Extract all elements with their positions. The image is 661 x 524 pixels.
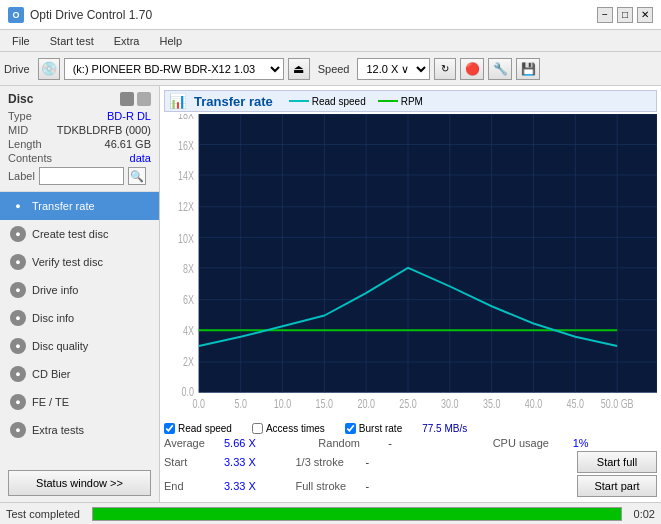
label-input[interactable]: [39, 167, 124, 185]
cpu-label: CPU usage: [493, 437, 573, 449]
sidebar-item-disc-info[interactable]: ●Disc info: [0, 304, 159, 332]
chart-checkboxes: Read speed Access times Burst rate 77.5 …: [164, 421, 657, 436]
create-test-disc-label: Create test disc: [32, 228, 108, 240]
chart-title: Transfer rate: [194, 94, 273, 109]
window-controls: − □ ✕: [597, 7, 653, 23]
disc-section: Disc Type BD-R DL MID TDKBLDRFB (000) Le…: [0, 86, 159, 192]
chart-svg-container: 18X 16X 14X 12X 10X 8X 6X 4X 2X 0.0 0.0 …: [164, 114, 657, 419]
cb-read-speed-input[interactable]: [164, 423, 175, 434]
stroke2-label: Full stroke: [296, 480, 366, 492]
speed-select[interactable]: 12.0 X ∨: [357, 58, 430, 80]
svg-text:6X: 6X: [183, 292, 194, 306]
cb-access-times[interactable]: Access times: [252, 423, 325, 434]
sidebar-item-transfer-rate[interactable]: ●Transfer rate: [0, 192, 159, 220]
stroke1-label: 1/3 stroke: [296, 456, 366, 468]
cb-access-times-input[interactable]: [252, 423, 263, 434]
drive-info-label: Drive info: [32, 284, 78, 296]
random-label: Random: [318, 437, 388, 449]
svg-text:15.0: 15.0: [316, 397, 334, 411]
contents-value: data: [130, 152, 151, 164]
end-label: End: [164, 480, 224, 492]
chart-svg: 18X 16X 14X 12X 10X 8X 6X 4X 2X 0.0 0.0 …: [164, 114, 657, 419]
app-title: Opti Drive Control 1.70: [30, 8, 597, 22]
save-button[interactable]: 💾: [516, 58, 540, 80]
label-label: Label: [8, 170, 35, 182]
main-content: Disc Type BD-R DL MID TDKBLDRFB (000) Le…: [0, 86, 661, 502]
legend-rpm: RPM: [378, 96, 423, 107]
cb-burst-rate[interactable]: Burst rate: [345, 423, 402, 434]
verify-test-disc-label: Verify test disc: [32, 256, 103, 268]
nav-list: ●Transfer rate●Create test disc●Verify t…: [0, 192, 159, 444]
menu-start-test[interactable]: Start test: [42, 33, 102, 49]
type-label: Type: [8, 110, 32, 122]
start-part-button[interactable]: Start part: [577, 475, 657, 497]
cb-burst-rate-input[interactable]: [345, 423, 356, 434]
stats-row3: End 3.33 X Full stroke - Start part: [164, 474, 657, 498]
start-full-button[interactable]: Start full: [577, 451, 657, 473]
label-icon-btn[interactable]: 🔍: [128, 167, 146, 185]
fe-te-label: FE / TE: [32, 396, 69, 408]
svg-text:0.0: 0.0: [193, 397, 206, 411]
app-icon: O: [8, 7, 24, 23]
drive-icon: 💿: [38, 58, 60, 80]
sidebar-item-verify-test-disc[interactable]: ●Verify test disc: [0, 248, 159, 276]
eject-button[interactable]: ⏏: [288, 58, 310, 80]
chart-header: 📊 Transfer rate Read speed RPM: [164, 90, 657, 112]
sidebar: Disc Type BD-R DL MID TDKBLDRFB (000) Le…: [0, 86, 160, 502]
drive-info-icon: ●: [10, 282, 26, 298]
settings-button2[interactable]: 🔧: [488, 58, 512, 80]
sidebar-item-cd-bier[interactable]: ●CD Bier: [0, 360, 159, 388]
sidebar-item-disc-quality[interactable]: ●Disc quality: [0, 332, 159, 360]
verify-test-disc-icon: ●: [10, 254, 26, 270]
title-bar: O Opti Drive Control 1.70 − □ ✕: [0, 0, 661, 30]
burst-rate-value: 77.5 MB/s: [422, 423, 467, 434]
svg-text:25.0: 25.0: [399, 397, 417, 411]
svg-text:35.0: 35.0: [483, 397, 501, 411]
progress-fill: [93, 508, 621, 520]
svg-text:5.0: 5.0: [234, 397, 247, 411]
transfer-rate-label: Transfer rate: [32, 200, 95, 212]
start-value: 3.33 X: [224, 456, 284, 468]
sidebar-item-drive-info[interactable]: ●Drive info: [0, 276, 159, 304]
menu-file[interactable]: File: [4, 33, 38, 49]
progress-bar: [92, 507, 622, 521]
status-window-button[interactable]: Status window >>: [8, 470, 151, 496]
menu-extra[interactable]: Extra: [106, 33, 148, 49]
settings-button1[interactable]: 🔴: [460, 58, 484, 80]
chart-legend: Read speed RPM: [289, 96, 423, 107]
svg-rect-0: [199, 114, 657, 392]
disc-icon2[interactable]: [137, 92, 151, 106]
contents-label: Contents: [8, 152, 52, 164]
sidebar-item-create-test-disc[interactable]: ●Create test disc: [0, 220, 159, 248]
start-label: Start: [164, 456, 224, 468]
mid-value: TDKBLDRFB (000): [57, 124, 151, 136]
close-button[interactable]: ✕: [637, 7, 653, 23]
length-label: Length: [8, 138, 42, 150]
extra-tests-label: Extra tests: [32, 424, 84, 436]
refresh-button[interactable]: ↻: [434, 58, 456, 80]
disc-quality-icon: ●: [10, 338, 26, 354]
status-bar: Test completed 0:02: [0, 502, 661, 524]
svg-text:12X: 12X: [178, 199, 194, 213]
sidebar-item-fe-te[interactable]: ●FE / TE: [0, 388, 159, 416]
minimize-button[interactable]: −: [597, 7, 613, 23]
svg-text:40.0: 40.0: [525, 397, 543, 411]
cb-read-speed[interactable]: Read speed: [164, 423, 232, 434]
menu-help[interactable]: Help: [151, 33, 190, 49]
maximize-button[interactable]: □: [617, 7, 633, 23]
length-value: 46.61 GB: [105, 138, 151, 150]
disc-icon1[interactable]: [120, 92, 134, 106]
svg-text:14X: 14X: [178, 169, 194, 183]
menu-bar: File Start test Extra Help: [0, 30, 661, 52]
disc-info-icon: ●: [10, 310, 26, 326]
stroke2-value: -: [366, 480, 436, 492]
drive-select[interactable]: (k:) PIONEER BD-RW BDR-X12 1.03: [64, 58, 284, 80]
legend-read-speed: Read speed: [289, 96, 366, 107]
average-label: Average: [164, 437, 224, 449]
cd-bier-label: CD Bier: [32, 368, 71, 380]
svg-text:45.0: 45.0: [567, 397, 585, 411]
fe-te-icon: ●: [10, 394, 26, 410]
sidebar-item-extra-tests[interactable]: ●Extra tests: [0, 416, 159, 444]
svg-text:4X: 4X: [183, 324, 194, 338]
create-test-disc-icon: ●: [10, 226, 26, 242]
